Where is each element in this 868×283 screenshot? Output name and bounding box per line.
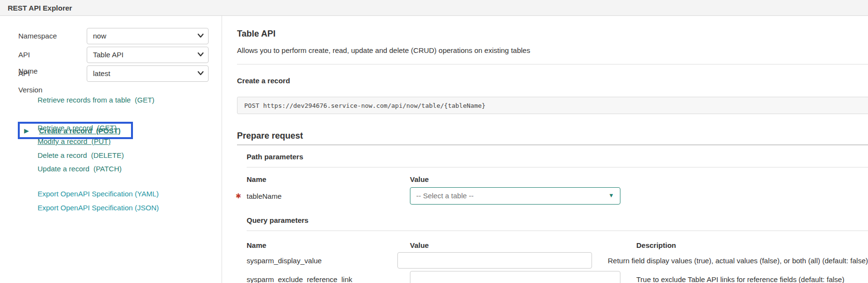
api-description: Allows you to perform create, read, upda… [237,46,530,54]
table-row: sysparm_exclude_reference_link True to e… [247,271,868,283]
required-asterisk-icon: ✱ [236,193,241,199]
query-parameters-title: Query parameters [247,216,308,224]
sysparm-exclude-reference-link-input[interactable] [410,271,620,283]
sidebar: Namespace now API Name Table API API Ver… [0,16,222,283]
param-description: Return field display values (true), actu… [608,257,868,265]
table-row: ✱ tableName -- Select a table -- ▼ [247,187,868,205]
param-name-sysparm-display-value: sysparm_display_value [247,257,397,265]
path-parameters-header: Name Value [247,175,868,183]
prepare-request-title: Prepare request [237,131,303,141]
namespace-select[interactable]: now [87,28,209,44]
export-openapi-json-link[interactable]: Export OpenAPI Specification (JSON) [38,204,159,212]
sysparm-display-value-input[interactable] [397,252,592,269]
param-name-label: tableName [247,192,282,200]
name-column-header: Name [247,241,410,249]
api-title: Table API [237,29,276,39]
sidebar-item-retrieve-record-get[interactable]: Retrieve a record (GET) [38,124,117,132]
description-column-header: Description [636,241,676,249]
param-name-tablename: ✱ tableName [247,192,410,200]
operation-title: Create a record [237,77,290,85]
export-openapi-yaml-link[interactable]: Export OpenAPI Specification (YAML) [38,190,159,198]
top-bar: REST API Explorer [0,0,868,16]
path-parameters-title: Path parameters [247,153,303,161]
sidebar-item-modify-record-put[interactable]: Modify a record (PUT) [38,138,111,145]
value-column-header: Value [410,175,620,183]
divider [247,167,868,167]
value-column-header: Value [410,241,620,249]
table-name-select[interactable]: -- Select a table -- [410,187,620,205]
param-name-sysparm-exclude-reference-link: sysparm_exclude_reference_link [247,275,410,283]
page-title: REST API Explorer [8,0,72,16]
param-description: True to exclude Table API links for refe… [636,275,844,283]
api-name-select[interactable]: Table API [87,47,209,63]
sidebar-item-retrieve-records-get[interactable]: Retrieve records from a table (GET) [38,96,155,104]
namespace-label: Namespace [18,28,57,44]
divider [247,231,868,231]
divider [237,64,868,64]
api-version-select[interactable]: latest [87,65,209,82]
endpoint-url: POST https://dev294676.service-now.com/a… [244,102,486,109]
main-content: Table API Allows you to perform create, … [222,16,868,283]
play-icon: ▶ [24,128,29,134]
endpoint-code-box: POST https://dev294676.service-now.com/a… [237,97,868,114]
divider [237,144,868,145]
name-column-header: Name [247,175,410,183]
sidebar-item-delete-record-delete[interactable]: Delete a record (DELETE) [38,152,124,159]
api-version-label: API Version [18,65,42,98]
table-row: sysparm_display_value Return field displ… [247,252,868,269]
sidebar-item-update-record-patch[interactable]: Update a record (PATCH) [38,165,122,173]
query-parameters-header: Name Value Description [247,241,868,249]
